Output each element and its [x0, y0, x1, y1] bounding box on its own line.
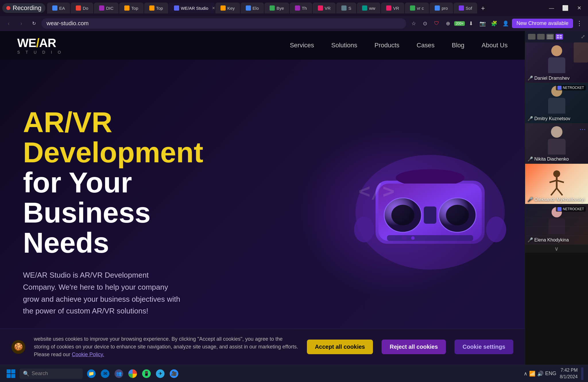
taskbar-telegram[interactable]: ✈	[154, 367, 167, 380]
hero-content: AR/VR Development for Your BusinessNeeds…	[23, 107, 224, 317]
taskbar-zoom[interactable]: 🎥	[168, 367, 180, 380]
tab-label: Key	[227, 6, 235, 11]
site-logo: WE/AR S T U D I O	[17, 36, 63, 54]
taskbar-corner[interactable]	[581, 367, 583, 380]
svg-rect-8	[424, 206, 436, 224]
view-icon-list[interactable]	[546, 34, 554, 40]
tab-vr1[interactable]: VR	[313, 3, 336, 13]
volume-icon[interactable]: 🔊	[537, 371, 543, 377]
shield-icon[interactable]: 🛡	[432, 18, 442, 29]
accept-cookies-button[interactable]: Accept all cookies	[307, 340, 373, 354]
nav-services[interactable]: Services	[290, 42, 314, 49]
new-chrome-button[interactable]: New Chrome available	[512, 19, 573, 28]
taskbar-teams[interactable]: 👥	[113, 367, 125, 380]
nav-cases[interactable]: Cases	[417, 42, 434, 49]
clock-time: 7:42 PM	[560, 367, 578, 373]
nav-products[interactable]: Products	[374, 42, 399, 49]
tab-favicon	[362, 5, 367, 11]
taskbar: 🔍 Search 📁 ✉ 👥 📱 ✈ 🎥	[0, 365, 588, 382]
screenshot-icon[interactable]: 📷	[477, 18, 488, 29]
tab-s[interactable]: S	[336, 3, 356, 13]
tab-vrc[interactable]: vr c	[405, 3, 429, 13]
taskbar-search[interactable]: 🔍 Search	[20, 369, 83, 379]
taskbar-mail[interactable]: ✉	[99, 367, 111, 380]
tab-active[interactable]: WE/AR Studio ✕	[169, 3, 215, 13]
view-icon-1[interactable]	[528, 34, 535, 40]
tab-ea[interactable]: EA	[47, 3, 70, 13]
nav-solutions[interactable]: Solutions	[331, 42, 357, 49]
mic-icon-4: 🎤	[527, 197, 533, 202]
tab-dic[interactable]: DIC	[94, 3, 119, 13]
tab-ww[interactable]: ww	[357, 3, 380, 13]
badge-200: 200+	[454, 21, 465, 26]
cookie-settings-button[interactable]: Cookie settings	[454, 340, 513, 354]
maximize-button[interactable]: ⬜	[559, 3, 572, 13]
vr-headset-svg: </>	[350, 146, 510, 278]
tab-th[interactable]: Th	[290, 3, 312, 13]
address-bar[interactable]	[41, 18, 406, 29]
tab-elo[interactable]: Elo	[241, 3, 264, 13]
tab-do[interactable]: Do	[71, 3, 93, 13]
avatar-body	[548, 139, 566, 155]
explorer-icon: 📁	[87, 369, 96, 378]
tab-label: Th	[302, 6, 307, 11]
tab-key2[interactable]: Key	[215, 3, 240, 13]
expand-panel-icon[interactable]: ⤢	[581, 34, 585, 40]
extension-icon[interactable]: ⊕	[443, 18, 453, 29]
tab-favicon	[459, 5, 464, 11]
taskbar-chrome[interactable]	[126, 367, 139, 380]
profile-avatar[interactable]: 👤	[500, 18, 511, 29]
minimize-button[interactable]: —	[545, 3, 558, 13]
tab-pro[interactable]: pro	[430, 3, 453, 13]
taskbar-apps: 📁 ✉ 👥 📱 ✈ 🎥	[85, 367, 180, 380]
clock-date: 8/1/2024	[560, 374, 578, 380]
scroll-down-button[interactable]: ∨	[525, 245, 588, 253]
chevron-up-icon[interactable]: ∧	[524, 371, 527, 377]
start-button[interactable]	[5, 367, 17, 380]
tab-bye[interactable]: Bye	[264, 3, 289, 13]
participant-name-2: 🎤 Dmitry Kuznetsov	[527, 116, 570, 121]
tab-favicon	[149, 5, 154, 11]
taskbar-whatsapp[interactable]: 📱	[140, 367, 153, 380]
taskbar-explorer[interactable]: 📁	[85, 367, 98, 380]
view-icon-grid[interactable]	[556, 34, 563, 40]
new-tab-button[interactable]: +	[478, 3, 488, 13]
tab-top2[interactable]: Top	[144, 3, 168, 13]
back-button[interactable]: ‹	[3, 18, 14, 29]
teams-icon: 👥	[115, 369, 123, 378]
tab-top1[interactable]: Top	[119, 3, 143, 13]
extensions-icon[interactable]: 🧩	[489, 18, 499, 29]
menu-button[interactable]: ⋮	[574, 18, 585, 29]
nav-blog[interactable]: Blog	[452, 42, 464, 49]
network-icon[interactable]: 📶	[529, 371, 535, 377]
bookmark-button[interactable]: ☆	[409, 18, 419, 29]
tab-label: DIC	[106, 6, 113, 11]
refresh-button[interactable]: ↻	[29, 18, 39, 29]
search-placeholder: Search	[32, 371, 48, 377]
reject-cookies-button[interactable]: Reject all cookies	[382, 340, 446, 354]
tab-vr2[interactable]: VR	[381, 3, 404, 13]
download-icon[interactable]: ⬇	[466, 18, 476, 29]
close-button[interactable]: ✕	[572, 3, 586, 13]
name-text-2: Dmitry Kuznetsov	[534, 116, 570, 121]
profile-icon-btn[interactable]: ⊙	[420, 18, 430, 29]
nav-about[interactable]: About Us	[482, 42, 508, 49]
recording-button[interactable]: Recording	[2, 3, 45, 13]
tab-close-icon[interactable]: ✕	[212, 6, 215, 10]
view-icon-2[interactable]	[537, 34, 545, 40]
badge-btn[interactable]: 200+	[454, 18, 465, 29]
svg-point-7	[446, 205, 469, 225]
tab-favicon	[52, 5, 57, 11]
zoom-icon: 🎥	[170, 369, 178, 378]
tab-label: pro	[442, 6, 448, 11]
recording-dot	[6, 6, 10, 10]
more-options-button-3[interactable]: ⋯	[579, 126, 586, 133]
tab-favicon	[341, 5, 347, 11]
telegram-icon: ✈	[156, 369, 165, 378]
system-clock[interactable]: 7:42 PM 8/1/2024	[560, 367, 578, 380]
tab-sof[interactable]: Sof	[454, 3, 477, 13]
view-icons	[528, 34, 563, 40]
cookie-policy-link[interactable]: Cookie Policy.	[72, 352, 104, 357]
forward-button[interactable]: ›	[16, 18, 26, 29]
windows-logo	[7, 369, 15, 378]
